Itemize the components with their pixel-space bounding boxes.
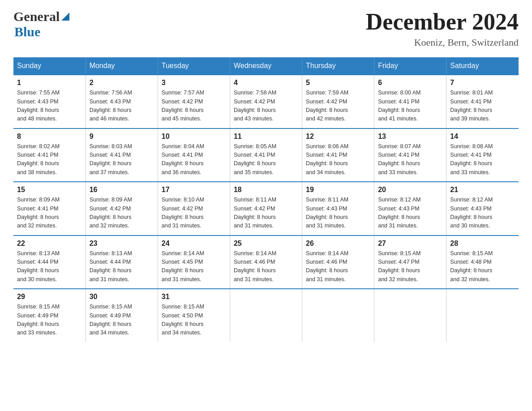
- table-row: 20 Sunrise: 8:12 AMSunset: 4:43 PMDaylig…: [374, 182, 446, 235]
- day-number: 1: [17, 79, 82, 87]
- title-area: December 2024 Koeniz, Bern, Switzerland: [366, 9, 519, 48]
- calendar-week-row: 1 Sunrise: 7:55 AMSunset: 4:43 PMDayligh…: [13, 75, 519, 128]
- day-info: Sunrise: 8:14 AMSunset: 4:45 PMDaylight:…: [162, 249, 226, 284]
- calendar-week-row: 15 Sunrise: 8:09 AMSunset: 4:41 PMDaylig…: [13, 182, 519, 235]
- day-info: Sunrise: 8:04 AMSunset: 4:41 PMDaylight:…: [162, 142, 226, 177]
- logo-general-text: General: [13, 9, 60, 24]
- col-tuesday: Tuesday: [158, 57, 230, 75]
- day-number: 7: [450, 79, 515, 87]
- day-info: Sunrise: 7:55 AMSunset: 4:43 PMDaylight:…: [17, 89, 82, 124]
- day-info: Sunrise: 8:02 AMSunset: 4:41 PMDaylight:…: [17, 142, 82, 177]
- day-number: 17: [162, 186, 226, 194]
- logo-blue-text: Blue: [14, 24, 40, 39]
- table-row: 21 Sunrise: 8:12 AMSunset: 4:43 PMDaylig…: [446, 182, 519, 235]
- col-monday: Monday: [86, 57, 158, 75]
- day-info: Sunrise: 8:14 AMSunset: 4:46 PMDaylight:…: [234, 249, 298, 284]
- day-number: 9: [90, 133, 154, 141]
- day-info: Sunrise: 8:11 AMSunset: 4:42 PMDaylight:…: [234, 196, 298, 231]
- calendar-table: Sunday Monday Tuesday Wednesday Thursday…: [13, 57, 519, 342]
- table-row: 24 Sunrise: 8:14 AMSunset: 4:45 PMDaylig…: [158, 235, 230, 289]
- day-info: Sunrise: 8:01 AMSunset: 4:41 PMDaylight:…: [450, 89, 515, 124]
- day-info: Sunrise: 7:56 AMSunset: 4:43 PMDaylight:…: [90, 89, 154, 124]
- day-info: Sunrise: 8:12 AMSunset: 4:43 PMDaylight:…: [450, 196, 515, 231]
- page-header: General Blue December 2024 Koeniz, Bern,…: [13, 9, 519, 48]
- day-number: 8: [17, 133, 82, 141]
- day-info: Sunrise: 7:59 AMSunset: 4:42 PMDaylight:…: [306, 89, 370, 124]
- table-row: 13 Sunrise: 8:07 AMSunset: 4:41 PMDaylig…: [374, 128, 446, 182]
- table-row: 18 Sunrise: 8:11 AMSunset: 4:42 PMDaylig…: [230, 182, 302, 235]
- day-number: 29: [17, 293, 82, 301]
- table-row: 25 Sunrise: 8:14 AMSunset: 4:46 PMDaylig…: [230, 235, 302, 289]
- table-row: 14 Sunrise: 8:08 AMSunset: 4:41 PMDaylig…: [446, 128, 519, 182]
- day-number: 28: [450, 240, 515, 248]
- table-row: 5 Sunrise: 7:59 AMSunset: 4:42 PMDayligh…: [302, 75, 374, 128]
- day-info: Sunrise: 8:14 AMSunset: 4:46 PMDaylight:…: [306, 249, 370, 284]
- table-row: 12 Sunrise: 8:06 AMSunset: 4:41 PMDaylig…: [302, 128, 374, 182]
- day-info: Sunrise: 8:15 AMSunset: 4:48 PMDaylight:…: [450, 249, 515, 284]
- calendar-week-row: 29 Sunrise: 8:15 AMSunset: 4:49 PMDaylig…: [13, 289, 519, 342]
- day-info: Sunrise: 8:06 AMSunset: 4:41 PMDaylight:…: [306, 142, 370, 177]
- table-row: 10 Sunrise: 8:04 AMSunset: 4:41 PMDaylig…: [158, 128, 230, 182]
- day-info: Sunrise: 8:11 AMSunset: 4:43 PMDaylight:…: [306, 196, 370, 231]
- day-info: Sunrise: 8:08 AMSunset: 4:41 PMDaylight:…: [450, 142, 515, 177]
- table-row: 17 Sunrise: 8:10 AMSunset: 4:42 PMDaylig…: [158, 182, 230, 235]
- day-number: 22: [17, 240, 82, 248]
- day-number: 18: [234, 186, 298, 194]
- day-info: Sunrise: 8:09 AMSunset: 4:42 PMDaylight:…: [90, 196, 154, 231]
- table-row: 7 Sunrise: 8:01 AMSunset: 4:41 PMDayligh…: [446, 75, 519, 128]
- col-wednesday: Wednesday: [230, 57, 302, 75]
- table-row: 4 Sunrise: 7:58 AMSunset: 4:42 PMDayligh…: [230, 75, 302, 128]
- table-row: 30 Sunrise: 8:15 AMSunset: 4:49 PMDaylig…: [86, 289, 158, 342]
- day-number: 24: [162, 240, 226, 248]
- table-row: 1 Sunrise: 7:55 AMSunset: 4:43 PMDayligh…: [13, 75, 86, 128]
- table-row: 29 Sunrise: 8:15 AMSunset: 4:49 PMDaylig…: [13, 289, 86, 342]
- day-number: 25: [234, 240, 298, 248]
- table-row: 26 Sunrise: 8:14 AMSunset: 4:46 PMDaylig…: [302, 235, 374, 289]
- day-info: Sunrise: 8:03 AMSunset: 4:41 PMDaylight:…: [90, 142, 154, 177]
- day-number: 3: [162, 79, 226, 87]
- logo-triangle-icon: [61, 13, 69, 21]
- table-row: 28 Sunrise: 8:15 AMSunset: 4:48 PMDaylig…: [446, 235, 519, 289]
- day-info: Sunrise: 8:13 AMSunset: 4:44 PMDaylight:…: [90, 249, 154, 284]
- day-number: 13: [378, 133, 442, 141]
- day-number: 16: [90, 186, 154, 194]
- calendar-week-row: 22 Sunrise: 8:13 AMSunset: 4:44 PMDaylig…: [13, 235, 519, 289]
- table-row: 31 Sunrise: 8:15 AMSunset: 4:50 PMDaylig…: [158, 289, 230, 342]
- calendar-header-row: Sunday Monday Tuesday Wednesday Thursday…: [13, 57, 519, 75]
- day-info: Sunrise: 8:15 AMSunset: 4:49 PMDaylight:…: [90, 303, 154, 338]
- table-row: 22 Sunrise: 8:13 AMSunset: 4:44 PMDaylig…: [13, 235, 86, 289]
- day-info: Sunrise: 7:58 AMSunset: 4:42 PMDaylight:…: [234, 89, 298, 124]
- table-row: 2 Sunrise: 7:56 AMSunset: 4:43 PMDayligh…: [86, 75, 158, 128]
- day-number: 6: [378, 79, 442, 87]
- day-info: Sunrise: 8:15 AMSunset: 4:47 PMDaylight:…: [378, 249, 442, 284]
- table-row: [374, 289, 446, 342]
- table-row: 6 Sunrise: 8:00 AMSunset: 4:41 PMDayligh…: [374, 75, 446, 128]
- day-number: 2: [90, 79, 154, 87]
- col-friday: Friday: [374, 57, 446, 75]
- day-number: 12: [306, 133, 370, 141]
- col-saturday: Saturday: [446, 57, 519, 75]
- day-number: 21: [450, 186, 515, 194]
- day-number: 20: [378, 186, 442, 194]
- col-sunday: Sunday: [13, 57, 86, 75]
- table-row: [230, 289, 302, 342]
- col-thursday: Thursday: [302, 57, 374, 75]
- day-number: 14: [450, 133, 515, 141]
- day-info: Sunrise: 8:07 AMSunset: 4:41 PMDaylight:…: [378, 142, 442, 177]
- table-row: 3 Sunrise: 7:57 AMSunset: 4:42 PMDayligh…: [158, 75, 230, 128]
- table-row: 11 Sunrise: 8:05 AMSunset: 4:41 PMDaylig…: [230, 128, 302, 182]
- day-number: 26: [306, 240, 370, 248]
- table-row: 16 Sunrise: 8:09 AMSunset: 4:42 PMDaylig…: [86, 182, 158, 235]
- day-number: 4: [234, 79, 298, 87]
- logo: General Blue: [13, 9, 69, 39]
- table-row: 23 Sunrise: 8:13 AMSunset: 4:44 PMDaylig…: [86, 235, 158, 289]
- day-number: 10: [162, 133, 226, 141]
- day-info: Sunrise: 8:09 AMSunset: 4:41 PMDaylight:…: [17, 196, 82, 231]
- table-row: 9 Sunrise: 8:03 AMSunset: 4:41 PMDayligh…: [86, 128, 158, 182]
- table-row: [302, 289, 374, 342]
- table-row: 19 Sunrise: 8:11 AMSunset: 4:43 PMDaylig…: [302, 182, 374, 235]
- day-number: 23: [90, 240, 154, 248]
- day-info: Sunrise: 8:00 AMSunset: 4:41 PMDaylight:…: [378, 89, 442, 124]
- day-info: Sunrise: 7:57 AMSunset: 4:42 PMDaylight:…: [162, 89, 226, 124]
- month-title: December 2024: [366, 9, 519, 34]
